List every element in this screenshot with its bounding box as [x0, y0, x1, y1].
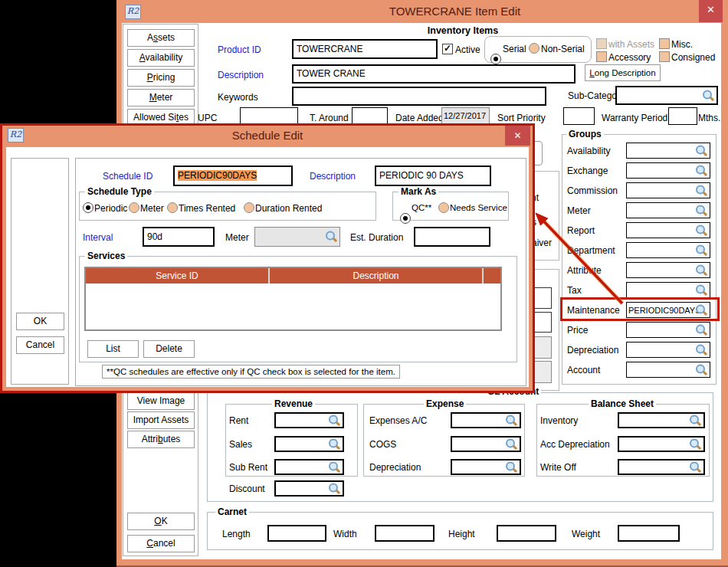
maintenance-highlight-box	[560, 297, 720, 321]
cancel-button[interactable]: Cancel	[16, 336, 64, 354]
periodic-radio[interactable]	[83, 202, 93, 213]
list-button[interactable]: List	[87, 340, 139, 358]
screen: R2 TOWERCRANE Item Edit ✕ Assets Availab…	[0, 0, 728, 567]
search-icon[interactable]	[326, 231, 337, 243]
services-title: Services	[85, 251, 127, 261]
mark-as-title: Mark As	[398, 186, 438, 197]
meter-radio[interactable]	[129, 202, 139, 213]
schedule-type-title: Schedule Type	[85, 186, 154, 197]
column-header-extra[interactable]	[484, 268, 500, 284]
interval-field[interactable]: 90d	[143, 227, 215, 247]
interval-label: Interval	[83, 232, 113, 243]
qc-radio[interactable]	[400, 213, 411, 224]
schedule-description-field[interactable]: PERIODIC 90 DAYS	[375, 166, 491, 186]
ok-button[interactable]: OK	[16, 313, 64, 330]
qc-label: QC**	[412, 203, 431, 212]
close-icon[interactable]: ✕	[505, 126, 530, 146]
delete-button[interactable]: Delete	[143, 340, 195, 358]
periodic-label: Periodic	[94, 203, 127, 214]
schedule-id-field[interactable]: PERIODIC90DAYS	[173, 166, 293, 186]
schedule-description-label: Description	[310, 171, 356, 182]
selected-text: PERIODIC90DAYS	[178, 170, 257, 181]
duration-rented-radio[interactable]	[244, 202, 254, 213]
needs-service-radio[interactable]	[438, 202, 449, 213]
meter-field	[254, 227, 340, 247]
needs-service-label: Needs Service	[450, 203, 507, 212]
times-rented-radio[interactable]	[167, 202, 178, 213]
column-header-description[interactable]: Description	[270, 268, 484, 284]
meter-field-label: Meter	[225, 232, 249, 243]
schedule-edit-dialog: R2 Schedule Edit ✕ OK Cancel Schedule ID…	[0, 0, 728, 567]
times-rented-label: Times Rented	[179, 203, 235, 214]
services-table-body[interactable]	[86, 284, 500, 329]
qc-note: **QC schedules are effective only if QC …	[102, 365, 400, 379]
duration-rented-label: Duration Rented	[255, 203, 322, 214]
column-header-service-id[interactable]: Service ID	[86, 268, 270, 284]
schedule-id-label: Schedule ID	[103, 171, 152, 182]
est-duration-label: Est. Duration	[350, 232, 403, 243]
meter-type-label: Meter	[140, 203, 164, 214]
services-table: Service ID Description	[84, 267, 502, 331]
dialog-title: Schedule Edit	[2, 129, 533, 142]
est-duration-field[interactable]	[414, 227, 490, 247]
